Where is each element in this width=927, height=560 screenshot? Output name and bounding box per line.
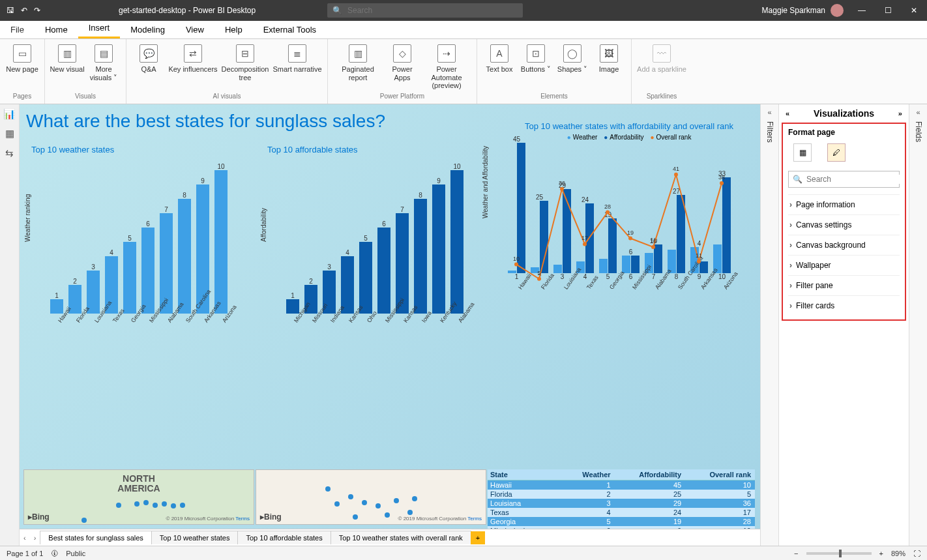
map-na[interactable]: NORTH AMERICA Pacific Ocean ▸Bing © 2019… [23,469,254,525]
format-section-filter-cards[interactable]: Filter cards [788,295,900,316]
ribbon-add-a-sparkline-icon: 〰 [653,44,671,63]
format-page-section: Format page ▦ 🖊 🔍 Page informationCanvas… [782,123,906,321]
legend-rank: Overall rank [650,134,691,141]
map-us[interactable]: ▸Bing © 2019 Microsoft Corporation Terms [256,469,486,525]
page-prev[interactable]: ‹ [20,534,30,542]
col-affordability[interactable]: Affordability [615,469,686,480]
user-account[interactable]: Maggie Sparkman [762,4,849,17]
ribbon-new-visual[interactable]: ▥New visual [49,42,85,74]
ribbon-power-automate-(preview)[interactable]: ⇢Power Automate (preview) [420,42,473,90]
zoom-slider[interactable] [806,552,872,555]
format-section-filter-pane[interactable]: Filter pane [788,275,900,295]
fields-pane-collapsed[interactable]: « Fields [909,104,927,546]
table-row[interactable]: Mississippi6619 [488,526,755,529]
page-tab-0[interactable]: Best states for sunglass sales [40,531,152,544]
undo-icon[interactable]: ↶ [21,6,27,15]
table-row[interactable]: Hawaii14510 [488,480,755,490]
fit-to-page-icon[interactable]: ⛶ [913,550,920,557]
filters-pane-collapsed[interactable]: « Filters [760,104,778,546]
sensitivity-label: Public [66,550,85,557]
page-tab-2[interactable]: Top 10 affordable states [237,531,331,544]
ribbon-image[interactable]: 🖼Image [591,42,627,74]
minimize-button[interactable]: — [849,6,875,15]
tab-external-tools[interactable]: External Tools [253,21,327,38]
bar-michigan[interactable]: 1Michigan [284,292,301,327]
format-page-tab[interactable]: 🖊 [827,143,846,162]
table-row[interactable]: Texas42417 [488,508,755,517]
table-row[interactable]: Florida2255 [488,490,755,499]
bar-kentucky[interactable]: 9Kentucky [430,177,447,327]
close-button[interactable]: ✕ [901,6,927,15]
page-tab-1[interactable]: Top 10 weather states [151,531,239,544]
combo-florida[interactable]: 252Florida [529,194,550,293]
add-page-button[interactable]: + [471,531,485,544]
tab-file[interactable]: File [0,21,35,38]
combo-georgia[interactable]: 195Georgia [597,211,619,293]
ribbon-buttons[interactable]: ⊡Buttons ˅ [518,42,554,74]
combo-texas[interactable]: 244Texas [574,196,596,293]
ribbon-q&a[interactable]: 💬Q&A [130,42,167,74]
map-terms-link[interactable]: Terms [235,516,250,522]
ribbon-decomposition-tree[interactable]: ⊟Decomposition tree [219,42,271,81]
ribbon-shapes[interactable]: ◯Shapes ˅ [554,42,591,74]
ribbon-power-apps[interactable]: ◇Power Apps [384,42,420,81]
search-input[interactable] [347,6,518,15]
tab-home[interactable]: Home [35,21,78,38]
global-search[interactable]: 🔍 [327,3,523,18]
report-view[interactable]: 📊 [3,108,16,120]
chart-combo[interactable]: 451Hawaii252Florida293Louisiana244Texas1… [506,143,760,293]
ribbon-more-visuals[interactable]: ▤More visuals ˅ [85,42,122,81]
format-search-input[interactable] [806,175,904,184]
state-ranking-table[interactable]: StateWeatherAffordabilityOverall rankHaw… [488,469,755,529]
page-tab-3[interactable]: Top 10 weather states with overall rank [331,531,471,544]
page-next[interactable]: › [30,534,40,542]
maximize-button[interactable]: ☐ [875,6,901,15]
bar-texas[interactable]: 4Texas [103,249,120,327]
format-section-canvas-settings[interactable]: Canvas settings [788,214,900,235]
combo-hawaii[interactable]: 451Hawaii [506,136,527,293]
format-search[interactable]: 🔍 [788,171,900,188]
redo-icon[interactable]: ↷ [34,6,40,15]
bar-indiana[interactable]: 3Indiana [321,263,338,327]
tab-view[interactable]: View [175,21,214,38]
expand-icon[interactable]: » [898,110,902,117]
col-weather[interactable]: Weather [564,469,614,480]
col-overall-rank[interactable]: Overall rank [685,469,755,480]
tab-modeling[interactable]: Modeling [120,21,175,38]
ribbon-text-box[interactable]: AText box [481,42,518,74]
bar-hawaii[interactable]: 1Hawaii [48,292,65,327]
search-icon: 🔍 [332,6,342,15]
build-visual-tab[interactable]: ▦ [793,143,812,162]
ribbon-key-influencers[interactable]: ⇄Key influencers [167,42,219,74]
bar-louisiana[interactable]: 3Louisiana [85,263,102,327]
col-state[interactable]: State [488,469,564,480]
format-section-wallpaper[interactable]: Wallpaper [788,255,900,275]
combo-mississippi[interactable]: 66Mississippi [620,248,641,293]
table-row[interactable]: Georgia51928 [488,517,755,526]
chart-afford[interactable]: 1Michigan2Missouri3Indiana4Kansas5Ohio6M… [284,157,489,327]
tab-help[interactable]: Help [214,21,253,38]
bar-kansas[interactable]: 4Kansas [339,249,356,327]
zoom-in-button[interactable]: + [879,550,883,557]
chart-weather[interactable]: 1Hawaii2Florida3Louisiana4Texas5Georgia6… [48,157,253,327]
ribbon-group-pages: ▭New pagePages [0,39,45,104]
ribbon-group-label: Power Platform [380,93,424,101]
model-view[interactable]: ⇆ [5,147,14,159]
ribbon-new-page[interactable]: ▭New page [4,42,40,74]
combo-south-carolina[interactable]: 278South Carolina [666,188,687,293]
map-terms-link[interactable]: Terms [467,516,482,522]
format-section-canvas-background[interactable]: Canvas background [788,235,900,255]
ribbon-paginated-report[interactable]: ▥Paginated report [332,42,384,81]
bar-mississippi[interactable]: 6Mississippi [375,220,392,327]
zoom-out-button[interactable]: − [794,550,798,557]
data-view[interactable]: ▦ [5,128,14,140]
report-page[interactable]: What are the best states for sunglass sa… [20,104,760,529]
chevron-left-icon[interactable]: « [786,110,789,117]
chart-weather-ylabel: Weather ranking [24,194,31,242]
save-icon[interactable]: 🖫 [7,6,14,15]
bar-florida[interactable]: 2Florida [66,278,83,327]
tab-insert[interactable]: Insert [78,19,121,38]
format-section-page-information[interactable]: Page information [788,194,900,214]
ribbon-smart-narrative[interactable]: ≣Smart narrative [271,42,323,74]
table-row[interactable]: Louisiana32936 [488,499,755,508]
